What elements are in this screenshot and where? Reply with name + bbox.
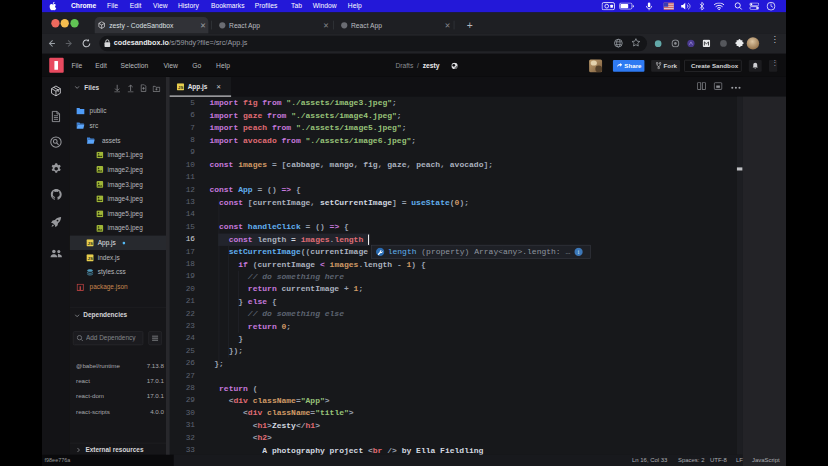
svg-text:JS: JS bbox=[88, 241, 93, 246]
svg-text:JS: JS bbox=[88, 256, 93, 261]
svg-text:JS: JS bbox=[178, 85, 183, 90]
